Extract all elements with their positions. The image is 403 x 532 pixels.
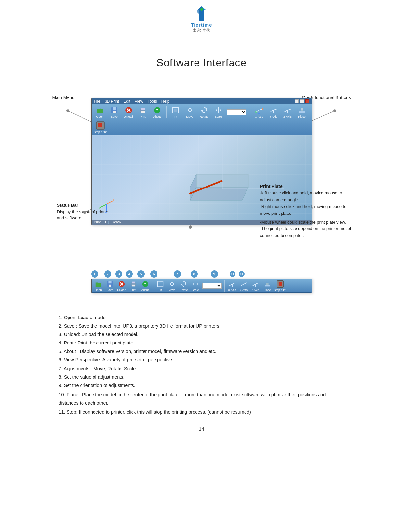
btn-open[interactable]: Open bbox=[94, 106, 106, 118]
btn-unload[interactable]: Unload bbox=[123, 106, 134, 118]
desc-item-10: 10. Place : Place the model to the cente… bbox=[59, 390, 335, 407]
desc-num-6: 6. bbox=[59, 357, 63, 362]
number-badges-row: 1 2 3 4 5 6 7 8 9 10 11 bbox=[91, 270, 312, 279]
btn2-xaxis[interactable]: X Axis bbox=[227, 280, 237, 292]
menu-tools[interactable]: Tools bbox=[148, 99, 157, 104]
btn2-rotate[interactable]: Rotate bbox=[179, 280, 189, 292]
btn2-save-label: Save bbox=[107, 288, 113, 292]
btn2-rotate-label: Rotate bbox=[179, 288, 188, 292]
btn-rotate-label: Rotate bbox=[200, 115, 208, 118]
btn2-stopprint[interactable]: Stop print bbox=[274, 280, 287, 292]
svg-rect-71 bbox=[132, 281, 135, 283]
btn2-unload[interactable]: Unload bbox=[117, 280, 127, 292]
menu-file[interactable]: File bbox=[94, 99, 100, 104]
btn-place[interactable]: Place bbox=[296, 106, 308, 118]
svg-line-83 bbox=[229, 284, 232, 286]
btn-save-label: Save bbox=[111, 115, 118, 118]
callout-plate-line-2: -Mouse wheel could scale the print plate… bbox=[260, 219, 354, 226]
btn2-print[interactable]: Print bbox=[129, 280, 138, 292]
btn2-print-label: Print bbox=[130, 288, 136, 292]
btn2-zaxis-label: Z Axis bbox=[251, 288, 259, 292]
toolbar-divider-2 bbox=[250, 106, 250, 118]
btn-save[interactable]: Save bbox=[108, 106, 120, 118]
svg-rect-19 bbox=[141, 108, 145, 110]
desc-num-10: 10. bbox=[59, 392, 65, 397]
btn-xaxis-label: X Axis bbox=[255, 115, 263, 118]
btn2-about[interactable]: ? About bbox=[140, 280, 150, 292]
desc-text-11: Stop: If connected to printer, click thi… bbox=[67, 409, 251, 415]
btn-zaxis-label: Z Axis bbox=[283, 115, 292, 118]
badge-1: 1 bbox=[91, 270, 98, 278]
window-close[interactable] bbox=[305, 99, 309, 103]
svg-marker-27 bbox=[205, 109, 207, 111]
desc-num-3: 3. bbox=[59, 332, 63, 337]
btn2-xaxis-label: X Axis bbox=[228, 288, 236, 292]
menu-view[interactable]: View bbox=[135, 99, 143, 104]
badge-8: 8 bbox=[191, 270, 198, 278]
menu-help[interactable]: Help bbox=[161, 99, 170, 104]
badge-9: 9 bbox=[211, 270, 218, 278]
svg-point-21 bbox=[144, 110, 145, 111]
brand-cn: 太尔时代 bbox=[193, 28, 211, 33]
toolbar2-divider-1 bbox=[153, 280, 153, 292]
btn2-move-label: Move bbox=[168, 288, 175, 292]
btn2-scale[interactable]: Scale bbox=[191, 280, 200, 292]
desc-item-1: 1. Open: Load a model. bbox=[59, 313, 335, 322]
btn-yaxis[interactable]: Y Axis bbox=[268, 106, 279, 118]
callout-plate-line-0: -left mouse click and hold, moving mouse… bbox=[260, 190, 354, 203]
svg-rect-51 bbox=[98, 123, 102, 127]
svg-point-38 bbox=[262, 108, 263, 110]
description-list: 1. Open: Load a model. 2. Save : Save th… bbox=[43, 313, 335, 416]
btn2-yaxis[interactable]: Y Axis bbox=[239, 280, 249, 292]
svg-text:X: X bbox=[113, 199, 114, 201]
desc-num-9: 9. bbox=[59, 383, 63, 388]
btn-stopprint[interactable]: Stop print bbox=[94, 121, 107, 134]
callout-plate-title: Print Plate bbox=[260, 183, 354, 190]
btn-print[interactable]: Print bbox=[137, 106, 149, 118]
desc-num-4: 4. bbox=[59, 340, 63, 345]
btn-fit[interactable]: Fit bbox=[170, 106, 182, 118]
badge-3: 3 bbox=[115, 270, 122, 278]
desc-text-9: Set the orientation of adjustments. bbox=[64, 383, 135, 388]
btn-move[interactable]: Move bbox=[184, 106, 196, 118]
callout-status-desc: Display the statsu of printer and softwa… bbox=[57, 209, 116, 221]
btn2-open-label: Open bbox=[94, 288, 102, 292]
svg-marker-77 bbox=[169, 281, 175, 287]
btn-about-label: About bbox=[153, 115, 161, 118]
btn-rotate[interactable]: Rotate bbox=[198, 106, 210, 118]
toolbar-dropdown[interactable] bbox=[227, 109, 246, 115]
window-maximize[interactable] bbox=[300, 99, 304, 103]
btn2-place-label: Place bbox=[263, 288, 271, 292]
svg-point-40 bbox=[258, 113, 260, 114]
btn-scale[interactable]: Scale bbox=[213, 106, 224, 118]
btn2-zaxis[interactable]: Z Axis bbox=[251, 280, 260, 292]
btn-about[interactable]: ? About bbox=[151, 106, 163, 118]
svg-rect-47 bbox=[299, 111, 305, 113]
btn2-open[interactable]: Open bbox=[94, 280, 103, 292]
desc-item-4: 4. Print : Print the current print plate… bbox=[59, 339, 335, 347]
page-header: Tiertime 太尔时代 bbox=[0, 0, 403, 38]
svg-point-4 bbox=[66, 109, 69, 112]
desc-text-4: Print : Print the current print plate. bbox=[64, 340, 134, 345]
menu-3dprint[interactable]: 3D Print bbox=[105, 99, 119, 104]
btn-zaxis[interactable]: Z Axis bbox=[282, 106, 294, 118]
svg-marker-80 bbox=[193, 283, 194, 285]
btn2-about-label: About bbox=[141, 288, 149, 292]
btn2-move[interactable]: Move bbox=[167, 280, 177, 292]
desc-item-8: 8. Set the value of adjustments. bbox=[59, 373, 335, 381]
btn2-fit[interactable]: Fit bbox=[156, 280, 165, 292]
svg-marker-31 bbox=[220, 109, 221, 111]
btn-xaxis[interactable]: X Axis bbox=[253, 106, 265, 118]
btn2-save[interactable]: Save bbox=[105, 280, 115, 292]
desc-num-1: 1. bbox=[59, 315, 63, 320]
toolbar2-container: 1 2 3 4 5 6 7 8 9 10 11 bbox=[91, 270, 312, 293]
desc-text-7: Adjustments : Move, Rotate, Scale. bbox=[64, 366, 137, 371]
svg-point-39 bbox=[255, 111, 257, 113]
toolbar2-dropdown[interactable] bbox=[202, 283, 222, 289]
desc-text-1: Open: Load a model. bbox=[64, 315, 108, 320]
window-minimize[interactable] bbox=[295, 99, 299, 103]
btn2-place[interactable]: Place bbox=[262, 280, 272, 292]
svg-rect-14 bbox=[113, 111, 116, 113]
btn-move-label: Move bbox=[186, 115, 193, 118]
menu-edit[interactable]: Edit bbox=[123, 99, 130, 104]
